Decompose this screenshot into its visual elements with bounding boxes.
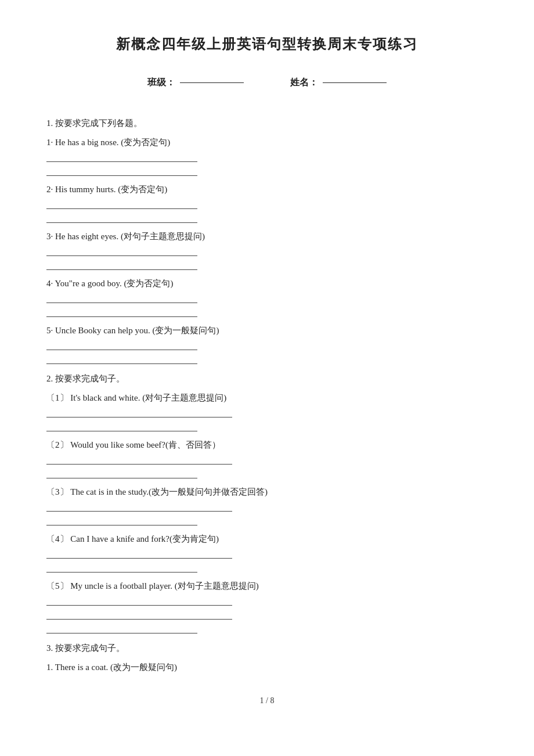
- section1-q4-answer: [46, 293, 488, 317]
- section2-q1: 〔1〕 It's black and white. (对句子主题意思提问): [46, 393, 488, 431]
- page-title: 新概念四年级上册英语句型转换周末专项练习: [46, 35, 488, 53]
- section2-q3: 〔3〕 The cat is in the study.(改为一般疑问句并做否定…: [46, 487, 488, 525]
- answer-line[interactable]: [46, 293, 197, 303]
- answer-line[interactable]: [46, 407, 232, 417]
- section1-q4: 4· You"re a good boy. (变为否定句): [46, 278, 488, 317]
- answer-line[interactable]: [46, 515, 197, 525]
- section2-q1-text: 〔1〕 It's black and white. (对句子主题意思提问): [46, 393, 488, 404]
- name-label: 姓名：: [290, 77, 318, 89]
- section2-q5: 〔5〕 My uncle is a football player. (对句子主…: [46, 581, 488, 633]
- section2-q5-text: 〔5〕 My uncle is a football player. (对句子主…: [46, 581, 488, 592]
- answer-line[interactable]: [46, 213, 197, 223]
- answer-line[interactable]: [46, 246, 197, 256]
- answer-line[interactable]: [46, 165, 197, 176]
- page-number: 1 / 8: [46, 696, 488, 705]
- class-field: 班级：: [147, 77, 244, 89]
- section1-q2: 2· His tummy hurts. (变为否定句): [46, 184, 488, 223]
- section1-q1: 1· He has a big nose. (变为否定句): [46, 137, 488, 176]
- class-label: 班级：: [147, 77, 175, 89]
- name-field: 姓名：: [290, 77, 387, 89]
- section3-title: 3. 按要求完成句子。: [46, 643, 488, 654]
- answer-line[interactable]: [46, 501, 232, 512]
- section2-q3-answer: [46, 501, 488, 525]
- section2-q4-text: 〔4〕 Can I have a knife and fork?(变为肯定句): [46, 534, 488, 545]
- section1-q1-text: 1· He has a big nose. (变为否定句): [46, 137, 488, 148]
- answer-line[interactable]: [46, 548, 232, 559]
- section1-title: 1. 按要求完成下列各题。: [46, 118, 488, 129]
- answer-line[interactable]: [46, 468, 197, 478]
- answer-line[interactable]: [46, 623, 197, 633]
- section3-q1-text: 1. There is a coat. (改为一般疑问句): [46, 662, 488, 673]
- section1-q4-text: 4· You"re a good boy. (变为否定句): [46, 278, 488, 289]
- answer-line[interactable]: [46, 354, 197, 364]
- section1-q2-answer: [46, 199, 488, 223]
- section2-q4-answer: [46, 548, 488, 573]
- section2: 2. 按要求完成句子。 〔1〕 It's black and white. (对…: [46, 373, 488, 633]
- answer-line[interactable]: [46, 454, 232, 465]
- answer-line[interactable]: [46, 421, 197, 431]
- section2-q2-text: 〔2〕 Would you like some beef?(肯、否回答）: [46, 440, 488, 451]
- answer-line[interactable]: [46, 307, 197, 317]
- answer-line[interactable]: [46, 152, 197, 162]
- section3: 3. 按要求完成句子。 1. There is a coat. (改为一般疑问句…: [46, 643, 488, 673]
- class-input-line[interactable]: [180, 82, 244, 83]
- section1-q5: 5· Uncle Booky can help you. (变为一般疑问句): [46, 325, 488, 364]
- section2-title: 2. 按要求完成句子。: [46, 373, 488, 384]
- answer-line[interactable]: [46, 595, 232, 606]
- section1-q5-text: 5· Uncle Booky can help you. (变为一般疑问句): [46, 325, 488, 336]
- answer-line[interactable]: [46, 340, 197, 350]
- section1-q3-answer: [46, 246, 488, 270]
- section2-q5-answer: [46, 595, 488, 633]
- answer-line[interactable]: [46, 260, 197, 270]
- answer-line[interactable]: [46, 609, 232, 620]
- section1-q1-answer: [46, 152, 488, 176]
- student-info: 班级： 姓名：: [46, 77, 488, 89]
- name-input-line[interactable]: [323, 82, 387, 83]
- section2-q1-answer: [46, 407, 488, 431]
- section3-q1: 1. There is a coat. (改为一般疑问句): [46, 662, 488, 673]
- section1-q5-answer: [46, 340, 488, 364]
- section1-q3: 3· He has eight eyes. (对句子主题意思提问): [46, 231, 488, 270]
- section2-q2: 〔2〕 Would you like some beef?(肯、否回答）: [46, 440, 488, 478]
- section2-q4: 〔4〕 Can I have a knife and fork?(变为肯定句): [46, 534, 488, 573]
- section1: 1. 按要求完成下列各题。 1· He has a big nose. (变为否…: [46, 118, 488, 364]
- section1-q2-text: 2· His tummy hurts. (变为否定句): [46, 184, 488, 195]
- answer-line[interactable]: [46, 562, 197, 573]
- section1-q3-text: 3· He has eight eyes. (对句子主题意思提问): [46, 231, 488, 242]
- section2-q2-answer: [46, 454, 488, 478]
- answer-line[interactable]: [46, 199, 197, 209]
- section2-q3-text: 〔3〕 The cat is in the study.(改为一般疑问句并做否定…: [46, 487, 488, 498]
